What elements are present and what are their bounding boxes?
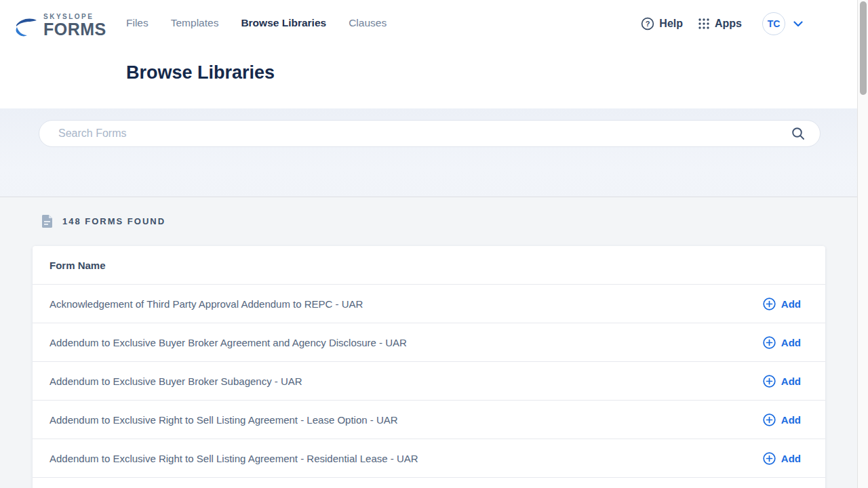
add-label: Add — [781, 337, 801, 348]
skyslope-forms-logo[interactable]: SKYSLOPE FORMS — [15, 14, 106, 38]
add-label: Add — [781, 453, 801, 464]
main-nav: Files Templates Browse Libraries Clauses — [126, 17, 387, 29]
help-question-icon: ? — [641, 17, 654, 30]
plus-circle-icon — [763, 413, 776, 426]
add-form-button[interactable]: Add — [763, 336, 801, 349]
vertical-scrollbar[interactable] — [857, 0, 868, 488]
column-form-name: Form Name — [50, 260, 106, 271]
search-section: Filter results by: All libraries — [0, 108, 857, 197]
help-label: Help — [659, 18, 683, 30]
plus-circle-icon — [763, 298, 776, 310]
brand-name-bottom: FORMS — [43, 21, 106, 38]
results-count: 148 FORMS FOUND — [62, 216, 165, 226]
form-name: Addendum to Exclusive Buyer Broker Subag… — [50, 375, 302, 387]
plus-circle-icon — [763, 375, 776, 388]
apps-button[interactable]: Apps — [698, 18, 742, 30]
apps-label: Apps — [715, 18, 742, 30]
page-title: Browse Libraries — [126, 62, 275, 83]
scrollbar-thumb[interactable] — [860, 1, 867, 95]
add-form-button[interactable]: Add — [763, 413, 801, 426]
nav-item-files[interactable]: Files — [126, 17, 149, 29]
plus-circle-icon — [763, 452, 776, 465]
app-window: SKYSLOPE FORMS Files Templates Browse Li… — [0, 0, 857, 488]
add-form-button[interactable]: Add — [763, 375, 801, 388]
nav-item-templates[interactable]: Templates — [171, 17, 219, 29]
results-row: 148 FORMS FOUND — [41, 214, 165, 228]
nav-item-browse-libraries[interactable]: Browse Libraries — [241, 17, 326, 29]
avatar[interactable]: TC — [762, 12, 785, 35]
nav-item-clauses[interactable]: Clauses — [349, 17, 387, 29]
form-name: Addendum to Exclusive Right to Sell List… — [50, 414, 398, 426]
add-label: Add — [781, 414, 801, 426]
form-name: Addendum to Exclusive Buyer Broker Agree… — [50, 337, 407, 348]
search-icon — [791, 127, 805, 140]
search-input[interactable] — [39, 127, 787, 140]
table-row-partial — [33, 478, 825, 488]
skyslope-swoosh-icon — [15, 16, 38, 38]
table-row: Addendum to Exclusive Right to Sell List… — [33, 439, 825, 478]
add-form-button[interactable]: Add — [763, 298, 801, 310]
chevron-down-icon[interactable] — [793, 21, 803, 27]
add-label: Add — [781, 298, 801, 310]
apps-grid-icon — [698, 18, 710, 30]
table-row: Addendum to Exclusive Buyer Broker Subag… — [33, 362, 825, 401]
form-name: Acknowledgement of Third Party Approval … — [50, 298, 363, 310]
plus-circle-icon — [763, 336, 776, 349]
header-actions: ? Help Apps TC — [641, 12, 803, 35]
forms-table: Form Name Acknowledgement of Third Party… — [33, 246, 825, 488]
search-button[interactable] — [787, 127, 820, 140]
search-bar — [39, 120, 821, 147]
table-header: Form Name — [33, 246, 825, 285]
svg-text:?: ? — [646, 20, 650, 28]
user-menu[interactable]: TC — [762, 12, 803, 35]
add-form-button[interactable]: Add — [763, 452, 801, 465]
form-name: Addendum to Exclusive Right to Sell List… — [50, 453, 418, 464]
document-icon — [41, 214, 53, 228]
add-label: Add — [781, 375, 801, 387]
top-header: SKYSLOPE FORMS Files Templates Browse Li… — [0, 0, 857, 108]
table-row: Addendum to Exclusive Buyer Broker Agree… — [33, 323, 825, 362]
table-row: Addendum to Exclusive Right to Sell List… — [33, 401, 825, 439]
help-button[interactable]: ? Help — [641, 17, 683, 30]
table-row: Acknowledgement of Third Party Approval … — [33, 285, 825, 323]
